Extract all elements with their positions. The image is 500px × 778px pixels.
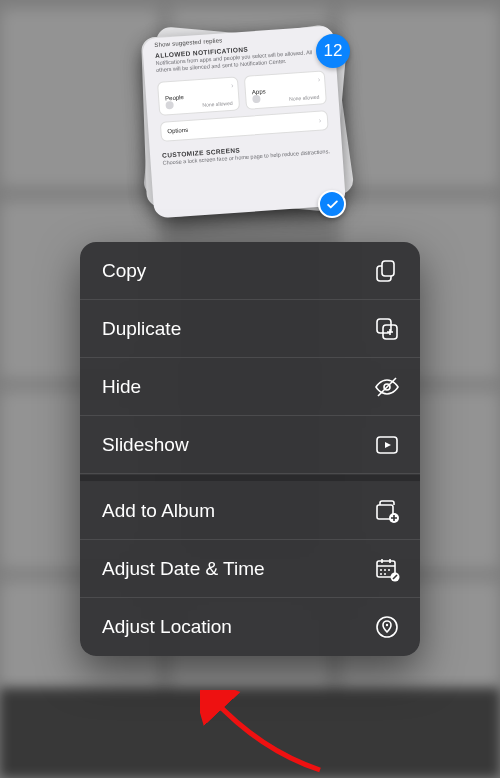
- menu-item-label: Slideshow: [102, 434, 189, 456]
- svg-point-9: [384, 569, 386, 571]
- menu-item-adjust-date-time[interactable]: Adjust Date & Time: [80, 540, 420, 598]
- menu-item-hide[interactable]: Hide: [80, 358, 420, 416]
- selection-count-badge: 12: [316, 34, 350, 68]
- thumb-apps-value: None allowed: [289, 93, 320, 101]
- menu-item-duplicate[interactable]: Duplicate: [80, 300, 420, 358]
- thumb-people-box: People › None allowed: [157, 76, 240, 116]
- menu-item-label: Hide: [102, 376, 141, 398]
- menu-item-adjust-location[interactable]: Adjust Location: [80, 598, 420, 656]
- selected-checkmark-badge: [318, 190, 346, 218]
- svg-point-10: [388, 569, 390, 571]
- menu-item-label: Adjust Date & Time: [102, 558, 265, 580]
- eye-slash-icon: [374, 374, 400, 400]
- thumb-options-label: Options: [167, 127, 188, 134]
- svg-point-11: [380, 573, 382, 575]
- chevron-right-icon: ›: [318, 116, 321, 123]
- album-add-icon: [374, 498, 400, 524]
- duplicate-icon: [374, 316, 400, 342]
- thumb-people-label: People: [165, 94, 184, 101]
- copy-icon: [374, 258, 400, 284]
- menu-item-add-to-album[interactable]: Add to Album: [80, 482, 420, 540]
- svg-point-12: [384, 573, 386, 575]
- menu-item-label: Adjust Location: [102, 616, 232, 638]
- play-rect-icon: [374, 432, 400, 458]
- context-menu: Copy Duplicate Hide Slideshow Add to Alb…: [80, 242, 420, 656]
- chevron-right-icon: ›: [231, 81, 234, 88]
- svg-point-14: [377, 617, 397, 637]
- selected-photos-stack[interactable]: Show suggested replies ALLOWED NOTIFICAT…: [144, 24, 344, 224]
- thumb-people-value: None allowed: [202, 100, 233, 108]
- app-placeholder-icon: [252, 95, 261, 104]
- svg-point-15: [386, 624, 388, 626]
- menu-item-label: Copy: [102, 260, 146, 282]
- chevron-right-icon: ›: [318, 75, 321, 82]
- menu-item-label: Add to Album: [102, 500, 215, 522]
- menu-item-copy[interactable]: Copy: [80, 242, 420, 300]
- avatar-placeholder-icon: [165, 101, 174, 110]
- thumb-apps-box: Apps › None allowed: [244, 70, 327, 110]
- map-pin-circle-icon: [374, 614, 400, 640]
- menu-group-separator: [80, 474, 420, 482]
- svg-point-8: [380, 569, 382, 571]
- svg-rect-0: [382, 261, 394, 276]
- thumb-apps-label: Apps: [252, 88, 266, 95]
- menu-item-slideshow[interactable]: Slideshow: [80, 416, 420, 474]
- checkmark-icon: [325, 197, 340, 212]
- thumb-options-row: Options ›: [160, 110, 329, 142]
- calendar-edit-icon: [374, 556, 400, 582]
- menu-item-label: Duplicate: [102, 318, 181, 340]
- selection-count-value: 12: [324, 41, 343, 61]
